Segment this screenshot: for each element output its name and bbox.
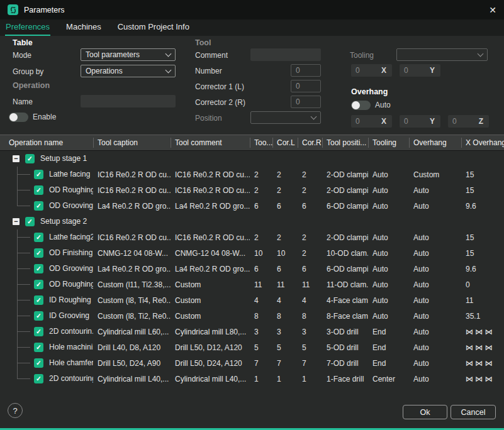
- column-header[interactable]: Operation name: [5, 138, 93, 148]
- column-header[interactable]: Tool caption: [93, 138, 171, 148]
- tooling-cell: Auto: [368, 296, 409, 305]
- corrector-l-cell: 2: [272, 170, 298, 179]
- position-label: Position: [195, 114, 222, 123]
- group-name: Setup stage 1: [40, 154, 87, 163]
- table-row[interactable]: ✓ 2D contourin... Cylindrical mill L60,.…: [0, 324, 504, 339]
- row-checkbox[interactable]: ✓: [34, 280, 43, 289]
- corrector-r-cell: 5: [298, 343, 322, 352]
- tooling-x-input: 0X: [351, 64, 392, 77]
- corrector-l-cell: 7: [272, 359, 298, 368]
- group-checkbox[interactable]: ✓: [25, 217, 35, 226]
- table-row[interactable]: ✓ Hole machini... Drill L40, D8, A120 Dr…: [0, 339, 504, 355]
- row-checkbox[interactable]: ✓: [34, 295, 43, 305]
- column-header[interactable]: Tool comment: [171, 138, 250, 148]
- table-row[interactable]: ✓ Lathe facing2 IC16 Re0.2 R OD cu... IC…: [0, 229, 504, 245]
- x-overhang-cell: ⋈ ⋈ ⋈: [461, 328, 504, 336]
- tool-number-cell: 2: [250, 233, 272, 242]
- column-header[interactable]: Overhang: [409, 138, 461, 148]
- tool-number-cell: 2: [250, 186, 272, 195]
- check-icon: ✓: [36, 187, 42, 194]
- operation-name: OD Roughing2: [49, 280, 93, 289]
- tool-comment-cell: Custom: [171, 296, 250, 305]
- row-checkbox[interactable]: ✓: [34, 311, 43, 321]
- tool-number-cell: 7: [250, 359, 272, 368]
- operation-name: OD Grooving: [49, 201, 93, 210]
- table-body: − ✓ Setup stage 1 ✓ Lathe facing IC16 Re…: [0, 151, 504, 387]
- corrector-r-cell: 2: [298, 233, 322, 242]
- row-checkbox[interactable]: ✓: [34, 374, 43, 383]
- overhang-auto-toggle[interactable]: [351, 101, 371, 110]
- column-header[interactable]: Tool positi...: [322, 138, 368, 148]
- table-row[interactable]: ✓ ID Grooving Custom (l8, Ti2, Re0... Cu…: [0, 308, 504, 324]
- tool-caption-cell: Custom (l8, Ti4, Re0...: [93, 296, 171, 305]
- corrector-r-cell: 6: [298, 202, 322, 211]
- row-checkbox[interactable]: ✓: [34, 170, 43, 179]
- row-checkbox[interactable]: ✓: [34, 343, 43, 352]
- x-overhang-cell: 9.6: [461, 202, 504, 211]
- row-checkbox[interactable]: ✓: [34, 185, 43, 195]
- collapse-icon[interactable]: −: [13, 218, 20, 225]
- column-header[interactable]: Cor.R: [298, 138, 322, 148]
- tree-line: [17, 300, 30, 300]
- table-row[interactable]: ✓ OD Grooving La4 Re0.2 R OD gro... La4 …: [0, 198, 504, 214]
- tool-caption-cell: Custom (l11, Ti2.38,...: [93, 280, 171, 289]
- group-checkbox[interactable]: ✓: [25, 154, 35, 163]
- tab-preferences[interactable]: Preferences: [5, 19, 50, 36]
- operation-name: ID Grooving: [49, 311, 89, 320]
- row-checkbox[interactable]: ✓: [34, 233, 43, 242]
- row-checkbox[interactable]: ✓: [34, 327, 43, 336]
- tool-number-cell: 3: [250, 328, 272, 336]
- row-checkbox[interactable]: ✓: [34, 248, 43, 258]
- mode-select[interactable]: Tool parameters: [81, 48, 176, 61]
- operation-name: Lathe facing2: [49, 233, 93, 241]
- comment-label: Comment: [195, 51, 228, 60]
- tooling-cell: Auto: [368, 202, 409, 211]
- groupby-select[interactable]: Operations: [81, 65, 176, 77]
- tab-machines[interactable]: Machines: [65, 19, 102, 36]
- tree-line: [17, 174, 30, 175]
- enable-toggle[interactable]: [9, 113, 28, 122]
- corrector-r-cell: 1: [298, 375, 322, 383]
- table-row[interactable]: ✓ OD Grooving2 La4 Re0.2 R OD gro... La4…: [0, 261, 504, 277]
- comment-input[interactable]: [250, 48, 321, 61]
- tree-line: [17, 190, 30, 190]
- chevron-down-icon: [478, 51, 484, 57]
- column-header[interactable]: Tooling: [368, 138, 409, 148]
- help-button[interactable]: ?: [8, 403, 23, 418]
- corrector-r-cell: 2: [298, 249, 322, 258]
- table-row[interactable]: ✓ 2D contouring Cylindrical mill L40,...…: [0, 371, 504, 387]
- tool-comment-cell: La4 Re0.2 R OD gro...: [171, 265, 250, 273]
- position-select: [250, 111, 321, 124]
- check-icon: ✓: [36, 360, 42, 367]
- table-row[interactable]: ✓ Hole chamfer... Drill L50, D24, A90 Dr…: [0, 355, 504, 371]
- corrector-l-cell: 2: [272, 186, 298, 195]
- tab-bar: Preferences Machines Custom Project Info: [0, 19, 504, 36]
- row-checkbox[interactable]: ✓: [34, 264, 43, 273]
- row-checkbox[interactable]: ✓: [34, 201, 43, 211]
- tool-caption-cell: IC16 Re0.2 R OD cu...: [93, 233, 171, 242]
- cancel-button[interactable]: Cancel: [451, 405, 496, 419]
- mode-value: Tool parameters: [86, 50, 140, 59]
- column-header[interactable]: Cor.L: [272, 138, 298, 148]
- table-row[interactable]: ✓ OD Finishing CNMG-12 04 08-W... CNMG-1…: [0, 245, 504, 261]
- table-row[interactable]: ✓ Lathe facing IC16 Re0.2 R OD cu... IC1…: [0, 167, 504, 182]
- operation-name: OD Finishing: [49, 248, 92, 257]
- tool-position-cell: 3-OD drill: [322, 328, 368, 336]
- group-row[interactable]: − ✓ Setup stage 2: [0, 214, 504, 229]
- operation-name: Hole machini...: [49, 343, 93, 351]
- column-header[interactable]: Too...: [250, 138, 272, 148]
- table-row[interactable]: ✓ ID Roughing Custom (l8, Ti4, Re0... Cu…: [0, 292, 504, 308]
- close-icon[interactable]: ✕: [489, 6, 496, 14]
- ok-button[interactable]: Ok: [403, 405, 447, 419]
- collapse-icon[interactable]: −: [13, 155, 20, 162]
- group-row[interactable]: − ✓ Setup stage 1: [0, 151, 504, 167]
- corrector-r-cell: 8: [298, 312, 322, 321]
- table-row[interactable]: ✓ OD Roughing IC16 Re0.2 R OD cu... IC16…: [0, 182, 504, 198]
- row-checkbox[interactable]: ✓: [34, 358, 43, 368]
- column-header[interactable]: X Overhang: [461, 138, 504, 148]
- tab-custom-project-info[interactable]: Custom Project Info: [117, 19, 190, 36]
- group-name: Setup stage 2: [40, 217, 87, 226]
- tree-line: [17, 206, 30, 206]
- tool-number-cell: 8: [250, 312, 272, 321]
- table-row[interactable]: ✓ OD Roughing2 Custom (l11, Ti2.38,... C…: [0, 277, 504, 292]
